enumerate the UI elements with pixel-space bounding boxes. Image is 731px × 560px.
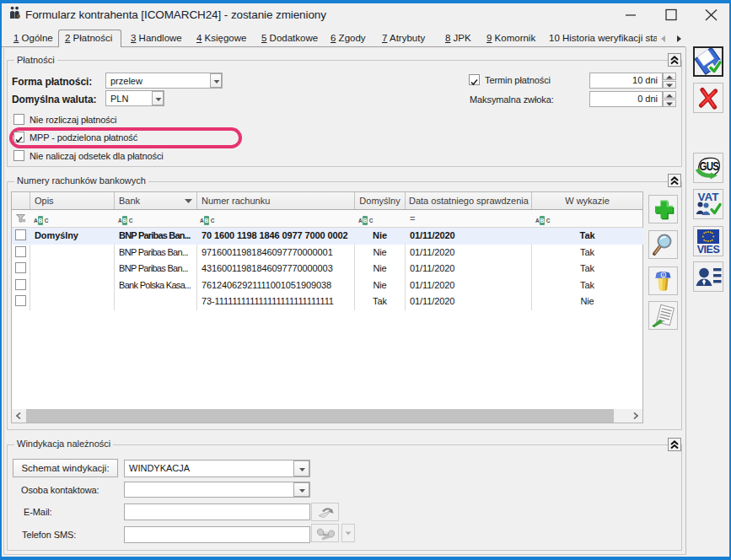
svg-text:VAT: VAT: [698, 191, 720, 203]
svg-text:GUS: GUS: [700, 159, 720, 173]
svg-text:VIES: VIES: [697, 244, 720, 256]
